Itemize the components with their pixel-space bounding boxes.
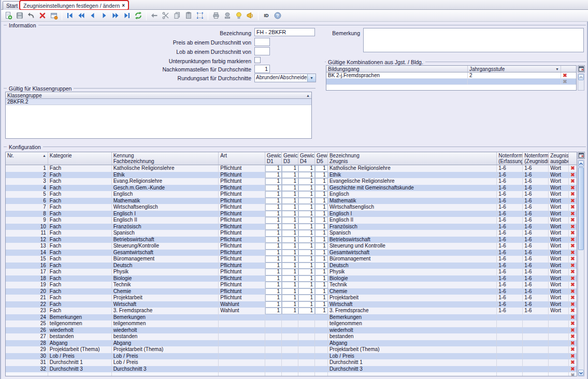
konfig-row[interactable]: 6FachMathematikPflichtunt1111Mathematik1…	[6, 198, 577, 205]
konfig-cell-gewicht_d3[interactable]: 1	[282, 211, 298, 217]
undo-button[interactable]	[26, 11, 36, 21]
konfig-cell-gewicht_d3[interactable]: 1	[282, 250, 298, 256]
row-delete-x-icon[interactable]: ✖	[569, 282, 577, 288]
konfig-row[interactable]: 8FachEnglisch IPflichtunt1111Englisch I1…	[6, 211, 577, 217]
konfig-row[interactable]: 21FachProjektarbeitPflichtunt1111Projekt…	[6, 295, 577, 301]
konfig-cell-gewicht_d4[interactable]: 1	[298, 204, 315, 211]
konfig-cell-gewicht_d5[interactable]: 1	[315, 217, 328, 224]
konfig-cell-gewicht_d4[interactable]: 1	[298, 275, 315, 282]
konfig-col-bezeichnung[interactable]: BezeichnungZeugnis	[328, 152, 497, 165]
konfig-cell-gewicht_d4[interactable]: 1	[298, 178, 315, 185]
row-delete-x-icon[interactable]: ✖	[569, 211, 577, 217]
konfig-cell-gewicht_d3[interactable]: 1	[282, 301, 298, 308]
row-delete-x-icon[interactable]: ✖	[569, 353, 577, 360]
konfig-cell-gewicht_d4[interactable]: 1	[298, 211, 315, 217]
konfig-cell-gewicht_d5[interactable]: 1	[315, 211, 328, 217]
konfig-cell-gewicht_d5[interactable]: 1	[315, 301, 328, 308]
konfig-row[interactable]: 30Lob / PreisLob / PreisLob / Preis✖	[6, 353, 577, 360]
konfig-col-art[interactable]: Art	[219, 152, 265, 165]
help-button[interactable]: ?	[273, 11, 283, 21]
konfig-cell-gewicht_d4[interactable]: 1	[298, 172, 315, 179]
row-delete-x-icon[interactable]: ✖	[569, 263, 577, 269]
konfig-col-zeugnisausgabe[interactable]: Zeugnis-ausgabe	[549, 152, 569, 165]
select-region-button[interactable]	[195, 11, 205, 21]
konfig-cell-gewicht_d1[interactable]: 1	[265, 198, 282, 205]
konfig-row[interactable]: 4FachGesch.m.Gem.-KundePflichtunt1111Ges…	[6, 185, 577, 192]
konfig-cell-gewicht_d4[interactable]: 1	[298, 230, 315, 237]
konfig-cell-gewicht_d1[interactable]: 1	[265, 308, 282, 314]
row-delete-x-icon[interactable]: ✖	[569, 256, 577, 263]
konfig-col-kategorie[interactable]: Kategorie	[48, 152, 112, 165]
kombinationen-column-options-button[interactable]	[578, 65, 585, 72]
row-delete-x-icon[interactable]: ✖	[569, 198, 577, 205]
konfig-cell-gewicht_d4[interactable]: 1	[298, 250, 315, 256]
konfig-cell-gewicht_d1[interactable]: 1	[265, 191, 282, 198]
konfig-cell-gewicht_d1[interactable]: 1	[265, 250, 282, 256]
konfig-cell-gewicht_d4[interactable]: 1	[298, 288, 315, 295]
konfig-cell-gewicht_d4[interactable]: 1	[298, 263, 315, 269]
row-delete-x-icon[interactable]: ✖	[569, 275, 577, 282]
row-delete-x-icon[interactable]: ✖	[569, 295, 577, 301]
id-badge-button[interactable]: ID	[261, 11, 271, 21]
konfig-cell-gewicht_d1[interactable]: 1	[265, 185, 282, 192]
konfig-row[interactable]: 25teilgenommenteilgenommenteilgenommen✖	[6, 320, 577, 327]
scroll-up-icon[interactable]	[578, 74, 584, 80]
konfig-row[interactable]: 10FachFranzösischPflichtunt1111Französis…	[6, 224, 577, 230]
row-delete-x-icon[interactable]: ✖	[569, 301, 577, 308]
konfig-row[interactable]: 32Durchschnitt 3Durchschnitt 3Durchschni…	[6, 366, 577, 373]
row-delete-x-icon[interactable]: ✖	[569, 320, 577, 327]
row-delete-x-icon[interactable]: ✖	[569, 224, 577, 230]
konfig-cell-gewicht_d5[interactable]: 1	[315, 308, 328, 314]
konfig-cell-gewicht_d5[interactable]: 1	[315, 237, 328, 243]
nav-prev-button[interactable]	[88, 11, 98, 21]
konfig-cell-gewicht_d4[interactable]: 1	[298, 191, 315, 198]
row-delete-x-icon[interactable]: ✖	[569, 308, 577, 314]
konfig-cell-gewicht_d1[interactable]: 1	[265, 224, 282, 230]
konfig-cell-gewicht_d5[interactable]: 1	[315, 224, 328, 230]
konfig-row[interactable]: 3FachEvang.ReligionslehrePflichtunt1111E…	[6, 178, 577, 185]
konfig-cell-gewicht_d1[interactable]: 1	[265, 263, 282, 269]
konfig-cell-gewicht_d1[interactable]: 1	[265, 282, 282, 288]
nav-first-button[interactable]	[65, 11, 75, 21]
row-delete-x-icon[interactable]: ✖	[569, 178, 577, 185]
konfig-cell-gewicht_d3[interactable]: 1	[282, 269, 298, 275]
konfig-row[interactable]: 19FachTechnikPflichtunt1111Technik1-61-6…	[6, 282, 577, 288]
konfig-cell-gewicht_d1[interactable]: 1	[265, 295, 282, 301]
konfig-cell-gewicht_d4[interactable]: 1	[298, 165, 315, 172]
save-button[interactable]	[15, 11, 25, 21]
konfig-row[interactable]: 17FachPhysikPflichtunt1111Physik1-61-6Wo…	[6, 269, 577, 275]
konfig-col-kennung[interactable]: KennungFachbezeichnung	[112, 152, 219, 165]
kombinationen-scrollbar[interactable]	[578, 74, 584, 91]
row-delete-x-icon[interactable]: ✖	[569, 359, 577, 366]
print-button[interactable]	[211, 11, 221, 21]
konfig-row[interactable]: 18FachBiologiePflichtunt1111Biologie1-61…	[6, 275, 577, 282]
konfig-cell-gewicht_d3[interactable]: 1	[282, 256, 298, 263]
konfig-cell-gewicht_d3[interactable]: 1	[282, 237, 298, 243]
konfig-row[interactable]: 24BemerkungenBemerkungenBemerkungen✖	[6, 314, 577, 321]
konfig-cell-gewicht_d1[interactable]: 1	[265, 172, 282, 179]
scrollbar-thumb[interactable]	[578, 167, 584, 250]
konfiguration-scrollbar[interactable]	[578, 160, 584, 376]
konfig-cell-gewicht_d4[interactable]: 1	[298, 269, 315, 275]
konfig-row[interactable]: 26wiederholtwiederholtwiederholt✖	[6, 327, 577, 334]
konfig-cell-gewicht_d5[interactable]: 1	[315, 250, 328, 256]
notify-horn-button[interactable]	[245, 11, 255, 21]
konfig-cell-gewicht_d3[interactable]: 1	[282, 224, 298, 230]
scroll-down-icon[interactable]	[578, 370, 584, 376]
lob-durchschnitt-input[interactable]	[254, 47, 270, 55]
konfig-cell-gewicht_d1[interactable]: 1	[265, 211, 282, 217]
copy-button[interactable]	[172, 11, 182, 21]
hint-bulb-button[interactable]	[234, 11, 244, 21]
konfig-cell-gewicht_d1[interactable]: 1	[265, 288, 282, 295]
unterpunktungen-checkbox[interactable]	[254, 57, 261, 63]
nachkommastellen-input[interactable]	[254, 65, 270, 73]
konfig-col-gewicht_d3[interactable]: GewichtD3	[282, 152, 298, 165]
konfig-row[interactable]: 28AbgangAbgangAbgang✖	[6, 340, 577, 347]
tab-zeugniseinstellungen-close-icon[interactable]: ×	[122, 3, 125, 8]
konfig-cell-gewicht_d5[interactable]: 1	[315, 275, 328, 282]
konfig-cell-gewicht_d5[interactable]: 1	[315, 269, 328, 275]
konfig-cell-gewicht_d3[interactable]: 1	[282, 165, 298, 172]
konfig-col-notenformat_erfassung[interactable]: Notenformat(Erfassung)	[497, 152, 523, 165]
bezeichnung-input[interactable]	[254, 28, 315, 36]
row-delete-x-icon[interactable]: ✖	[569, 172, 577, 179]
